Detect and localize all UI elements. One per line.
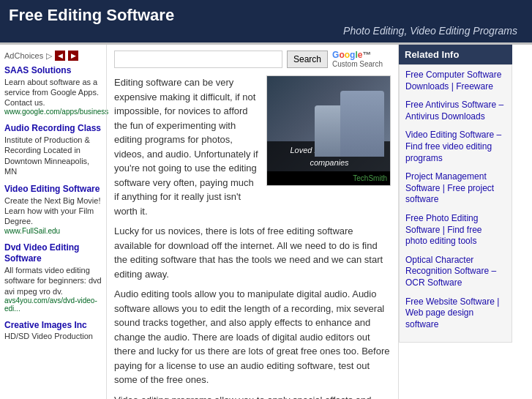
right-sidebar: Related Info Free Computer Software Down…	[399, 45, 512, 399]
page-tagline: Photo Editing, Video Editing Programs	[9, 25, 523, 40]
related-link-3[interactable]: Video Editing Software – Find free video…	[405, 130, 506, 164]
ad-title-1[interactable]: SAAS Solutions	[4, 65, 102, 77]
ad-item-2: Audio Recording Class Institute of Produ…	[4, 123, 102, 176]
article-para-2: Lucky for us novices, there is lots of f…	[114, 224, 391, 281]
google-logo: Google™	[332, 51, 383, 60]
related-link-2[interactable]: Free Antivirus Software – Antivirus Down…	[405, 100, 506, 122]
ad-next-button[interactable]: ▶	[68, 51, 78, 61]
ad-desc-4: All formats video editing software for b…	[4, 265, 102, 297]
article-para-3: Audio editing tools allow you to manipul…	[114, 287, 391, 387]
ad-choices-triangle-icon: ▷	[46, 51, 52, 61]
ad-title-4[interactable]: Dvd Video Editing Software	[4, 242, 102, 265]
ad-title-3[interactable]: Video Editing Software	[4, 184, 102, 195]
ad-url-3: www.FullSail.edu	[4, 227, 102, 235]
ad-prev-button[interactable]: ◀	[55, 51, 65, 61]
related-info-header: Related Info	[399, 45, 512, 64]
ad-item-1: SAAS Solutions Learn about software as a…	[4, 65, 102, 116]
related-link-5[interactable]: Free Photo Editing Software | Find free …	[405, 213, 506, 247]
ad-item-3: Video Editing Software Create the Next B…	[4, 184, 102, 234]
related-link-7[interactable]: Free Website Software | Web page design …	[405, 297, 506, 331]
ad-choices-bar: AdChoices ▷ ◀ ▶	[4, 51, 102, 61]
ad-url-1: www.google.com/apps/business	[4, 108, 102, 116]
main-content: Search Google™ Custom Search Loved by Fo…	[106, 45, 399, 399]
left-sidebar: AdChoices ▷ ◀ ▶ SAAS Solutions Learn abo…	[0, 45, 106, 399]
article-para-4: Video editing programs allow you to appl…	[114, 393, 391, 399]
related-links-container: Free Computer Software Downloads | Freew…	[399, 64, 512, 343]
ad-desc-5: HD/SD Video Production	[4, 331, 102, 341]
ad-desc-1: Learn about software as a service from G…	[4, 77, 102, 108]
ad-desc-3: Create the Next Big Movie! Learn how wit…	[4, 195, 102, 227]
ad-title-5[interactable]: Creative Images Inc	[4, 320, 102, 332]
related-link-6[interactable]: Optical Character Recognition Software –…	[405, 255, 506, 289]
ad-brand: TechSmith	[267, 171, 390, 185]
ad-brand-name: TechSmith	[353, 174, 387, 182]
search-input[interactable]	[114, 51, 282, 68]
google-custom-label: Custom Search	[332, 60, 383, 68]
google-custom-search: Google™ Custom Search	[332, 51, 383, 68]
related-link-4[interactable]: Project Management Software | Free proje…	[405, 171, 506, 206]
ad-image: Loved by Fortune 500 companies	[267, 76, 391, 171]
ad-title-2[interactable]: Audio Recording Class	[4, 123, 102, 135]
ad-desc-2: Institute of Production & Recording Loca…	[4, 135, 102, 176]
ad-item-5: Creative Images Inc HD/SD Video Producti…	[4, 320, 102, 342]
article-body: Loved by Fortune 500 companies TechSmith…	[114, 75, 391, 399]
ad-figure-1	[340, 91, 384, 157]
ad-url-4: avs4you.com/avs/dvd-video-edi...	[4, 297, 102, 313]
search-button[interactable]: Search	[287, 51, 328, 68]
search-bar: Search Google™ Custom Search	[114, 51, 391, 68]
ad-choices-label: AdChoices	[4, 51, 43, 60]
content-wrapper: AdChoices ▷ ◀ ▶ SAAS Solutions Learn abo…	[0, 45, 532, 399]
ad-item-4: Dvd Video Editing Software All formats v…	[4, 242, 102, 313]
page-header: Free Editing Software Photo Editing, Vid…	[0, 0, 532, 45]
related-link-1[interactable]: Free Computer Software Downloads | Freew…	[405, 70, 506, 92]
page-title: Free Editing Software	[9, 6, 523, 25]
inline-ad-banner: Loved by Fortune 500 companies TechSmith	[266, 75, 391, 186]
